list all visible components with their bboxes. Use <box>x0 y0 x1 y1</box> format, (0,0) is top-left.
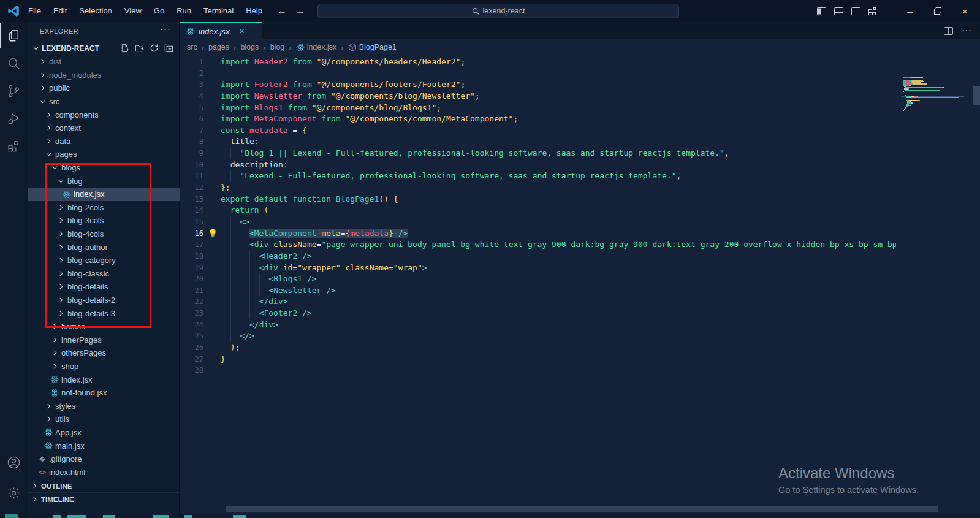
tree-folder-otherspages[interactable]: othersPages <box>28 346 180 360</box>
breadcrumb-src[interactable]: src <box>187 43 197 51</box>
section-timeline[interactable]: TIMELINE <box>28 492 180 506</box>
code-token: ; <box>513 114 518 123</box>
tree-folder-pages[interactable]: pages <box>28 148 180 161</box>
tree-file--gitignore[interactable]: .gitignore <box>28 452 180 466</box>
code-token <box>278 263 283 272</box>
tree-folder-public[interactable]: public <box>28 82 180 95</box>
new-folder-icon[interactable] <box>135 44 144 53</box>
tree-folder-blog-details-2[interactable]: blog-details-2 <box>28 294 180 307</box>
menu-view[interactable]: View <box>118 0 148 22</box>
tree-file-index-jsx[interactable]: index.jsx <box>28 373 180 386</box>
breadcrumb-blogpage1[interactable]: BlogPage1 <box>348 43 397 51</box>
line-number: 26 <box>180 342 203 354</box>
new-file-icon[interactable] <box>120 44 129 53</box>
code-token: </ <box>249 320 259 329</box>
chevron-right-icon <box>56 217 66 224</box>
tree-folder-blog-category[interactable]: blog-category <box>28 254 180 267</box>
tree-file-not-found-jsx[interactable]: not-found.jsx <box>28 386 180 400</box>
tree-folder-shop[interactable]: shop <box>28 360 180 373</box>
tree-file-main-jsx[interactable]: main.jsx <box>28 439 180 452</box>
restore-button[interactable] <box>924 0 951 22</box>
settings-icon[interactable] <box>0 480 28 506</box>
extensions-icon[interactable] <box>0 133 28 159</box>
code-token: "wrap" <box>393 263 422 272</box>
tree-folder-blog-4cols[interactable]: blog-4cols <box>28 227 180 241</box>
code-line-20: 20<Blogs1 /> <box>180 273 896 285</box>
tree-folder-utlis[interactable]: utlis <box>28 413 180 426</box>
tab-close-icon[interactable]: × <box>240 26 245 36</box>
menu-run[interactable]: Run <box>170 0 197 22</box>
tree-folder-blog-2cols[interactable]: blog-2cols <box>28 201 180 215</box>
explorer-icon[interactable] <box>0 23 28 48</box>
tree-folder-homes[interactable]: homes <box>28 320 180 333</box>
toggle-panel-icon[interactable] <box>834 7 843 15</box>
breadcrumb-blogs[interactable]: blogs <box>240 43 259 51</box>
minimap[interactable] <box>903 55 962 141</box>
breadcrumb-pages[interactable]: pages <box>208 43 229 51</box>
tree-folder-blog[interactable]: blog <box>28 174 180 188</box>
code-token: Newsletter <box>254 91 307 101</box>
root-folder-row[interactable]: LEXEND-REACT <box>28 41 180 55</box>
tree-folder-blog-details-3[interactable]: blog-details-3 <box>28 307 180 320</box>
code-token: } <box>221 354 226 364</box>
menu-file[interactable]: File <box>22 0 47 22</box>
code-line-22: 22</div> <box>180 296 896 308</box>
breadcrumb-index-jsx[interactable]: index.jsx <box>296 43 337 51</box>
customize-layout-icon[interactable] <box>868 7 878 15</box>
tree-folder-styles[interactable]: styles <box>28 399 180 413</box>
chevron-right-icon <box>56 204 66 211</box>
search-icon[interactable] <box>0 50 28 76</box>
refresh-icon[interactable] <box>150 44 159 53</box>
tree-folder-blog-details[interactable]: blog-details <box>28 280 180 294</box>
more-actions-icon[interactable]: ··· <box>962 25 971 36</box>
tree-folder-dist[interactable]: dist <box>28 55 180 69</box>
tree-file-app-jsx[interactable]: App.jsx <box>28 426 180 440</box>
tree-folder-context[interactable]: context <box>28 121 180 135</box>
toggle-secondary-sidebar-icon[interactable] <box>851 7 860 15</box>
breadcrumb-blog[interactable]: blog <box>270 43 285 51</box>
tree-item-label: public <box>49 83 70 93</box>
tree-folder-src[interactable]: src <box>28 95 180 109</box>
line-number: 3 <box>180 79 203 91</box>
collapse-all-icon[interactable] <box>164 44 173 53</box>
tree-file-index-jsx[interactable]: index.jsx <box>28 188 180 201</box>
menu-help[interactable]: Help <box>240 0 268 22</box>
menu-edit[interactable]: Edit <box>47 0 73 22</box>
code-area[interactable]: 1import Header2 from "@/components/heade… <box>180 56 896 400</box>
close-button[interactable]: × <box>951 0 979 22</box>
menu-selection[interactable]: Selection <box>73 0 118 22</box>
command-center-search[interactable]: lexend-react <box>317 4 679 18</box>
section-outline[interactable]: OUTLINE <box>28 479 180 492</box>
toggle-sidebar-icon[interactable] <box>817 7 826 15</box>
tree-folder-data[interactable]: data <box>28 135 180 148</box>
menu-terminal[interactable]: Terminal <box>197 0 240 22</box>
remote-indicator[interactable] <box>5 514 18 518</box>
tree-folder-blogs[interactable]: blogs <box>28 161 180 175</box>
back-arrow-icon[interactable]: ← <box>277 6 287 17</box>
tab-index-jsx[interactable]: index.jsx × <box>180 22 262 39</box>
menu-go[interactable]: Go <box>148 0 170 22</box>
vertical-scrollbar[interactable] <box>973 86 980 105</box>
tree-folder-blog-classic[interactable]: blog-classic <box>28 267 180 281</box>
minimize-button[interactable]: – <box>896 0 924 22</box>
split-editor-icon[interactable] <box>944 27 953 35</box>
code-line-4: 4import Newsletter from "@/components/bl… <box>180 91 896 102</box>
tree-folder-node-modules[interactable]: node_modules <box>28 69 180 82</box>
tree-file-index-html[interactable]: <>index.html <box>28 465 180 479</box>
tree-folder-blog-3cols[interactable]: blog-3cols <box>28 214 180 227</box>
line-number: 27 <box>180 354 203 365</box>
lightbulb-icon[interactable]: 💡 <box>208 229 216 238</box>
tree-folder-innerpages[interactable]: innerPages <box>28 333 180 346</box>
source-control-icon[interactable] <box>0 78 28 104</box>
forward-arrow-icon[interactable]: → <box>295 6 305 17</box>
status-item-fragment <box>103 515 115 518</box>
explorer-more-icon[interactable]: ··· <box>160 23 171 34</box>
run-and-debug-icon[interactable] <box>0 105 28 131</box>
tree-item-label: components <box>55 110 99 120</box>
code-token: className <box>273 240 316 249</box>
code-line-3: 3import Footer2 from "@/components/foote… <box>180 79 896 91</box>
horizontal-scrollbar[interactable] <box>226 506 938 512</box>
tree-folder-components[interactable]: components <box>28 108 180 121</box>
account-icon[interactable] <box>0 449 28 475</box>
tree-folder-blog-author[interactable]: blog-author <box>28 240 180 254</box>
